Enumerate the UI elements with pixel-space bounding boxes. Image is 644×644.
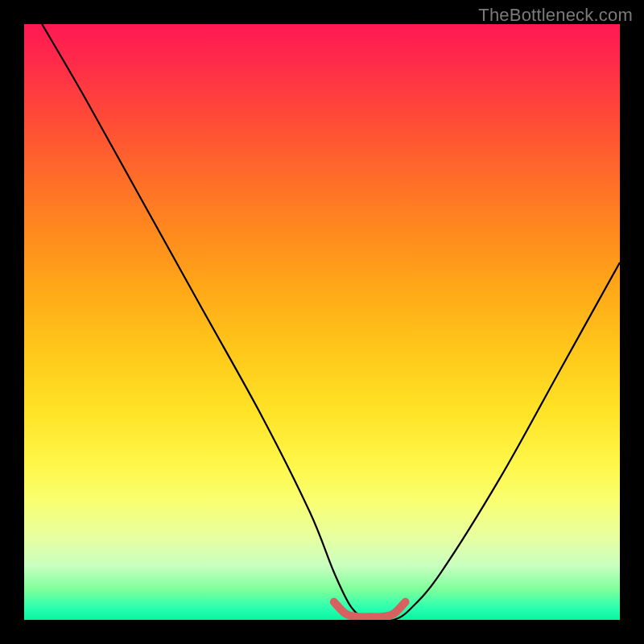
plot-area: [24, 24, 620, 620]
watermark-text: TheBottleneck.com: [478, 5, 633, 26]
curve-layer: [24, 24, 620, 620]
bottleneck-curve: [42, 24, 620, 620]
red-minimum-segment: [334, 602, 406, 617]
chart-frame: TheBottleneck.com: [0, 0, 644, 644]
